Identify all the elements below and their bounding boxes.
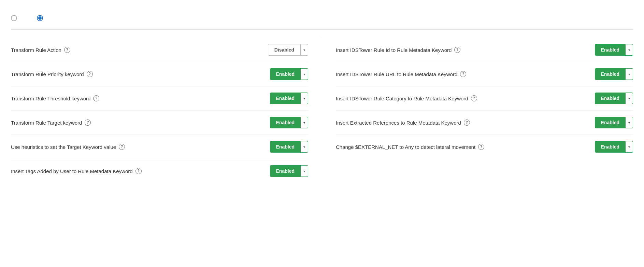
- left-help-icon-0[interactable]: ?: [64, 47, 70, 53]
- right-setting-label-0: Insert IDSTower Rule Id to Rule Metadata…: [336, 46, 589, 54]
- left-toggle-button-3[interactable]: Enabled: [270, 117, 301, 128]
- left-toggle-container-2: Enabled▾: [270, 93, 308, 104]
- right-help-icon-0[interactable]: ?: [454, 47, 460, 53]
- left-setting-row-0: Transform Rule Action?Disabled▾: [11, 38, 308, 62]
- left-toggle-container-3: Enabled▾: [270, 117, 308, 128]
- right-toggle-button-2[interactable]: Enabled: [595, 93, 626, 104]
- radio-default-settings[interactable]: [11, 15, 20, 21]
- left-help-icon-4[interactable]: ?: [119, 144, 125, 150]
- right-toggle-container-1: Enabled▾: [595, 68, 633, 80]
- left-toggle-container-4: Enabled▾: [270, 141, 308, 153]
- settings-content: Transform Rule Action?Disabled▾Transform…: [11, 38, 633, 183]
- right-column: Insert IDSTower Rule Id to Rule Metadata…: [322, 38, 633, 183]
- right-help-icon-4[interactable]: ?: [478, 144, 484, 150]
- section-divider: [11, 29, 633, 30]
- radio-custom-settings[interactable]: [37, 15, 46, 21]
- left-toggle-arrow-1[interactable]: ▾: [301, 68, 308, 80]
- left-toggle-arrow-4[interactable]: ▾: [301, 141, 308, 153]
- right-setting-text-1: Insert IDSTower Rule URL to Rule Metadat…: [336, 71, 457, 78]
- right-setting-text-0: Insert IDSTower Rule Id to Rule Metadata…: [336, 46, 452, 54]
- left-setting-text-4: Use heuristics to set the Target Keyword…: [11, 143, 116, 151]
- right-setting-text-4: Change $EXTERNAL_NET to Any to detect la…: [336, 143, 475, 151]
- right-toggle-arrow-0[interactable]: ▾: [626, 44, 633, 56]
- right-setting-row-0: Insert IDSTower Rule Id to Rule Metadata…: [336, 38, 633, 62]
- right-toggle-button-1[interactable]: Enabled: [595, 68, 626, 80]
- left-toggle-arrow-5[interactable]: ▾: [301, 165, 308, 177]
- left-setting-row-2: Transform Rule Threshold keyword?Enabled…: [11, 86, 308, 111]
- left-toggle-button-5[interactable]: Enabled: [270, 165, 301, 177]
- left-help-icon-2[interactable]: ?: [93, 95, 99, 101]
- right-setting-label-2: Insert IDSTower Rule Category to Rule Me…: [336, 95, 589, 102]
- right-setting-label-4: Change $EXTERNAL_NET to Any to detect la…: [336, 143, 589, 151]
- right-help-icon-1[interactable]: ?: [460, 71, 466, 77]
- left-toggle-button-1[interactable]: Enabled: [270, 68, 301, 80]
- left-setting-text-0: Transform Rule Action: [11, 46, 61, 54]
- right-setting-row-3: Insert Extracted References to Rule Meta…: [336, 111, 633, 135]
- settings-mode-radio-group: [11, 15, 633, 21]
- right-toggle-container-3: Enabled▾: [595, 117, 633, 128]
- right-toggle-button-3[interactable]: Enabled: [595, 117, 626, 128]
- left-setting-text-3: Transform Rule Target keyword: [11, 119, 82, 126]
- right-help-icon-3[interactable]: ?: [464, 120, 470, 126]
- right-toggle-arrow-3[interactable]: ▾: [626, 117, 633, 128]
- right-setting-label-3: Insert Extracted References to Rule Meta…: [336, 119, 589, 126]
- right-toggle-arrow-1[interactable]: ▾: [626, 68, 633, 80]
- right-setting-text-2: Insert IDSTower Rule Category to Rule Me…: [336, 95, 468, 102]
- right-toggle-arrow-4[interactable]: ▾: [626, 141, 633, 153]
- radio-default-circle[interactable]: [11, 15, 17, 21]
- left-toggle-button-2[interactable]: Enabled: [270, 93, 301, 104]
- right-setting-label-1: Insert IDSTower Rule URL to Rule Metadat…: [336, 71, 589, 78]
- right-toggle-arrow-2[interactable]: ▾: [626, 93, 633, 104]
- left-setting-row-5: Insert Tags Added by User to Rule Metada…: [11, 159, 308, 183]
- left-setting-label-5: Insert Tags Added by User to Rule Metada…: [11, 168, 264, 175]
- right-help-icon-2[interactable]: ?: [471, 95, 477, 101]
- left-setting-label-3: Transform Rule Target keyword?: [11, 119, 264, 126]
- right-toggle-container-2: Enabled▾: [595, 93, 633, 104]
- left-setting-label-2: Transform Rule Threshold keyword?: [11, 95, 264, 102]
- left-setting-row-3: Transform Rule Target keyword?Enabled▾: [11, 111, 308, 135]
- left-setting-text-1: Transform Rule Priority keyword: [11, 71, 84, 78]
- left-column: Transform Rule Action?Disabled▾Transform…: [11, 38, 322, 183]
- left-help-icon-3[interactable]: ?: [85, 120, 91, 126]
- right-toggle-container-4: Enabled▾: [595, 141, 633, 153]
- left-help-icon-1[interactable]: ?: [87, 71, 93, 77]
- radio-custom-circle[interactable]: [37, 15, 43, 21]
- left-setting-label-4: Use heuristics to set the Target Keyword…: [11, 143, 264, 151]
- left-toggle-arrow-2[interactable]: ▾: [301, 93, 308, 104]
- left-setting-text-2: Transform Rule Threshold keyword: [11, 95, 90, 102]
- right-setting-row-2: Insert IDSTower Rule Category to Rule Me…: [336, 86, 633, 111]
- right-toggle-button-0[interactable]: Enabled: [595, 44, 626, 56]
- left-toggle-container-0: Disabled▾: [268, 44, 308, 56]
- left-setting-row-4: Use heuristics to set the Target Keyword…: [11, 135, 308, 159]
- left-setting-label-0: Transform Rule Action?: [11, 46, 262, 54]
- left-toggle-button-0[interactable]: Disabled: [268, 44, 301, 56]
- left-setting-label-1: Transform Rule Priority keyword?: [11, 71, 264, 78]
- right-toggle-container-0: Enabled▾: [595, 44, 633, 56]
- left-toggle-arrow-3[interactable]: ▾: [301, 117, 308, 128]
- right-setting-row-4: Change $EXTERNAL_NET to Any to detect la…: [336, 135, 633, 159]
- left-setting-row-1: Transform Rule Priority keyword?Enabled▾: [11, 62, 308, 86]
- left-toggle-button-4[interactable]: Enabled: [270, 141, 301, 153]
- left-toggle-container-1: Enabled▾: [270, 68, 308, 80]
- right-setting-row-1: Insert IDSTower Rule URL to Rule Metadat…: [336, 62, 633, 86]
- right-toggle-button-4[interactable]: Enabled: [595, 141, 626, 153]
- transformation-settings-page: Transform Rule Action?Disabled▾Transform…: [0, 0, 644, 191]
- left-toggle-arrow-0[interactable]: ▾: [301, 44, 308, 56]
- left-help-icon-5[interactable]: ?: [135, 168, 142, 174]
- left-setting-text-5: Insert Tags Added by User to Rule Metada…: [11, 168, 133, 175]
- left-toggle-container-5: Enabled▾: [270, 165, 308, 177]
- right-setting-text-3: Insert Extracted References to Rule Meta…: [336, 119, 461, 126]
